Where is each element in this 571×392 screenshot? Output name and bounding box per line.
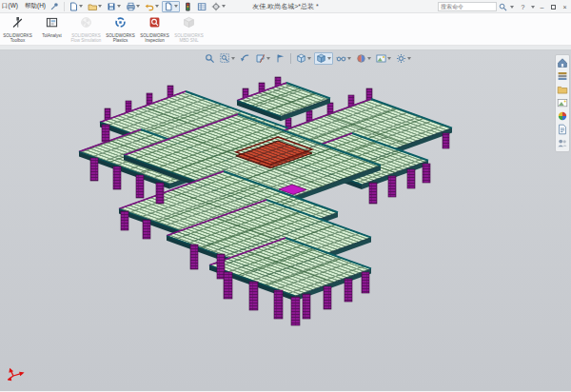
addin-solidworks-flow-simulation: SOLIDWORKS Flow Simulation: [69, 14, 103, 43]
caret-down-icon[interactable]: [347, 57, 351, 60]
addin-solidworks-mbd-snl: SOLIDWORKS MBD SNL: [172, 14, 206, 43]
design-table-button[interactable]: [195, 1, 208, 12]
display-style-button[interactable]: [314, 52, 333, 65]
inspection-icon: [148, 15, 161, 32]
addin-label: SOLIDWORKS Toolbox: [1, 33, 34, 43]
search-caret-icon[interactable]: [510, 6, 514, 9]
coordinate-triad-icon: [8, 366, 32, 383]
caret-down-icon[interactable]: [136, 5, 140, 8]
display-style-icon: [316, 50, 326, 68]
menu-bar: 口(W) 帮助(H): [0, 2, 46, 10]
view-settings-icon: [396, 50, 406, 68]
minimize-button[interactable]: –: [538, 2, 546, 12]
restore-icon: [551, 5, 556, 10]
caret-down-icon[interactable]: [266, 57, 270, 60]
caret-down-icon[interactable]: [407, 57, 411, 60]
addin-label: SOLIDWORKS Flow Simulation: [69, 33, 103, 43]
undo-icon: [145, 0, 154, 15]
model-3d-view[interactable]: [0, 50, 571, 391]
new-document-icon: [69, 0, 78, 15]
menu-item-window[interactable]: 口(W): [2, 2, 18, 10]
document-title: 友佳.欧尚名城>*总装 *: [252, 2, 318, 11]
hide-show-items-button[interactable]: [334, 52, 353, 65]
divider: [290, 53, 291, 64]
caret-down-icon[interactable]: [231, 57, 235, 60]
search-icon[interactable]: [499, 2, 507, 12]
pin-icon[interactable]: [50, 2, 59, 10]
caret-down-icon[interactable]: [117, 5, 121, 8]
solidworks-forum-tab[interactable]: [556, 137, 569, 149]
addin-solidworks-inspection[interactable]: SOLIDWORKS Inspection: [138, 14, 171, 43]
traffic-light-icon: [183, 0, 192, 15]
apply-scene-button[interactable]: [374, 52, 393, 65]
section-view-icon: [255, 50, 266, 68]
view-orientation-icon: [296, 50, 306, 68]
close-button[interactable]: ×: [561, 2, 569, 12]
hide-show-items-icon: [336, 50, 346, 68]
tolanalyst-icon: [46, 15, 58, 32]
caret-down-icon[interactable]: [387, 57, 391, 60]
command-manager-ribbon: SOLIDWORKS ToolboxTolAnalystSOLIDWORKS F…: [0, 13, 571, 46]
addin-solidworks-plastics[interactable]: SOLIDWORKS Plastics: [104, 14, 137, 43]
solidworks-forum-icon: [557, 135, 568, 152]
menu-item-help[interactable]: 帮助(H): [25, 2, 46, 10]
search-input[interactable]: [441, 4, 494, 10]
plastics-icon: [114, 15, 127, 32]
addin-tolanalyst[interactable]: TolAnalyst: [35, 14, 69, 38]
titlebar-right: ?–×: [438, 1, 569, 12]
addin-label: TolAnalyst: [42, 33, 62, 38]
new-document-button[interactable]: [67, 1, 85, 12]
previous-view-button[interactable]: [238, 52, 252, 65]
open-button[interactable]: [86, 1, 104, 12]
caret-down-icon[interactable]: [327, 57, 331, 60]
view-settings-button[interactable]: [394, 52, 413, 65]
apply-scene-icon: [376, 50, 386, 68]
options-button[interactable]: [209, 1, 227, 12]
mbd-icon: [183, 15, 195, 32]
open-folder-icon: [88, 0, 97, 15]
dynamic-annotation-views-icon: [275, 50, 286, 68]
task-pane: [555, 54, 570, 152]
print-icon: [126, 0, 135, 15]
zoom-to-area-button[interactable]: [218, 52, 237, 65]
view-orientation-button[interactable]: [294, 52, 313, 65]
caret-down-icon[interactable]: [367, 57, 371, 60]
addin-label: SOLIDWORKS Inspection: [138, 33, 171, 43]
caret-down-icon[interactable]: [79, 5, 83, 8]
toolbox-icon: [11, 15, 24, 32]
file-properties-icon: [164, 0, 173, 15]
section-view-button[interactable]: [253, 52, 272, 65]
dynamic-annotation-views-button[interactable]: [273, 52, 287, 65]
caret-down-icon[interactable]: [222, 5, 226, 8]
zoom-to-fit-icon: [205, 50, 215, 68]
save-button[interactable]: [105, 1, 123, 12]
edit-appearance-button[interactable]: [354, 52, 373, 65]
performance-evaluation-button[interactable]: [181, 1, 194, 12]
previous-view-icon: [240, 50, 250, 68]
caret-down-icon[interactable]: [174, 5, 178, 8]
divider: [64, 2, 65, 11]
addin-label: SOLIDWORKS Plastics: [104, 33, 137, 43]
zoom-to-fit-button[interactable]: [203, 52, 217, 65]
caret-down-icon[interactable]: [155, 5, 159, 8]
caret-down-icon[interactable]: [531, 6, 535, 9]
caret-down-icon[interactable]: [98, 5, 102, 8]
flow-simulation-icon: [80, 15, 92, 32]
search-box: [438, 2, 497, 11]
caret-down-icon[interactable]: [307, 57, 311, 60]
table-icon: [197, 0, 207, 15]
addin-label: SOLIDWORKS MBD SNL: [172, 33, 206, 43]
graphics-area[interactable]: [0, 50, 571, 391]
print-button[interactable]: [124, 1, 142, 12]
file-properties-button[interactable]: [162, 1, 180, 12]
restore-button[interactable]: [549, 2, 558, 12]
undo-button[interactable]: [143, 1, 161, 12]
addin-solidworks-toolbox[interactable]: SOLIDWORKS Toolbox: [1, 14, 34, 43]
save-icon: [107, 0, 116, 15]
help-button[interactable]: ?: [519, 2, 527, 12]
quick-access-toolbar: [67, 1, 227, 12]
heads-up-view-toolbar: [203, 52, 413, 65]
solidworks-window: 口(W) 帮助(H) 友佳.欧尚名城>*总装 * ?–× SOLIDWORKS …: [0, 0, 571, 392]
edit-appearance-icon: [356, 50, 366, 68]
zoom-to-area-icon: [220, 50, 230, 68]
